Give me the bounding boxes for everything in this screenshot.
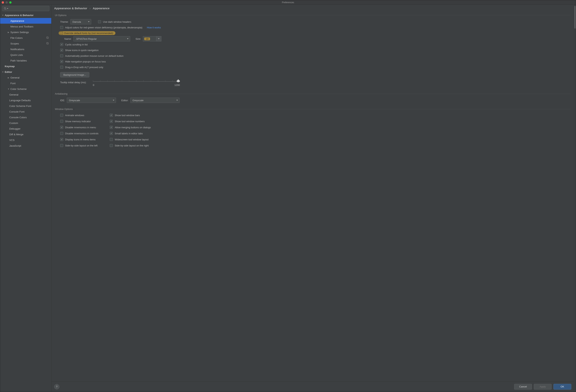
showicons-checkbox[interactable] [60,49,63,52]
checkbox[interactable] [60,126,63,129]
sidebar-item-vcs[interactable]: VCS [0,137,51,143]
font-size-input[interactable]: 18 [143,36,156,41]
option-small-labels-in-editor-tabs: Small labels in editor tabs [110,131,151,136]
sidebar-item-label: VCS [9,139,15,141]
theme-select[interactable]: Darcula [70,19,91,24]
sidebar-item-appearance[interactable]: Appearance [0,18,51,24]
checkbox[interactable] [110,144,113,147]
settings-tree: ▼Appearance & BehaviorAppearanceMenus an… [0,12,51,392]
sidebar-item-label: JavaScript [9,144,21,147]
aa-ide-select[interactable]: Greyscale [67,98,116,103]
sidebar-item-quick-lists[interactable]: Quick Lists [0,52,51,58]
breadcrumb-leaf: Appearance [93,7,110,10]
dnd-row: Drag-n-Drop with ALT pressed only [55,64,571,70]
sidebar-item-language-defaults[interactable]: Language Defaults [0,97,51,103]
font-size-stepper[interactable] [156,36,161,41]
minimize-icon [5,1,8,4]
autopos-row: Automatically position mouse cursor on d… [55,53,571,59]
sidebar-item-general[interactable]: ▶General [0,75,51,80]
cyclic-label: Cyclic scrolling in list [65,43,87,46]
cancel-button[interactable]: Cancel [514,384,532,390]
zoom-icon[interactable] [9,1,12,4]
option-label: Animate windows [65,114,84,117]
sidebar-item-label: Color Scheme Font [9,105,31,108]
sidebar-item-javascript[interactable]: JavaScript [0,143,51,148]
sidebar-item-custom[interactable]: Custom [0,120,51,126]
dark-headers-checkbox[interactable] [98,20,101,23]
aa-editor-label: Editor: [121,99,128,102]
font-name-select[interactable]: .SFNSText-Regular [73,36,130,41]
scrollbar-gutter[interactable] [574,5,576,392]
font-name-label: Name: [64,37,72,40]
checkbox[interactable] [60,144,63,147]
search-input[interactable] [2,6,49,11]
sidebar-item-debugger[interactable]: Debugger [0,126,51,132]
sidebar-item-color-scheme-font[interactable]: Color Scheme Font [0,103,51,109]
help-button[interactable]: ? [54,384,59,389]
section-ui-options: UI Options [55,14,571,17]
cyclic-checkbox[interactable] [60,43,63,46]
how-it-works-link[interactable]: How it works [147,26,161,29]
tooltip-label: Tooltip initial delay (ms): [60,80,86,84]
checkbox[interactable] [60,120,63,123]
checkbox[interactable] [60,114,63,117]
sidebar-item-notifications[interactable]: Notifications [0,46,51,52]
theme-label: Theme: [60,20,68,23]
sidebar-item-appearance-behavior[interactable]: ▼Appearance & Behavior [0,12,51,18]
apply-button[interactable]: Apply [534,384,552,390]
sidebar-item-label: Keymap [5,65,15,68]
close-icon[interactable] [2,1,4,4]
aa-editor-value: Greyscale [132,99,144,102]
sidebar-item-label: Editor [5,71,12,73]
adjust-colors-label: Adjust colors for red-green vision defic… [65,26,142,29]
checkbox[interactable] [110,114,113,117]
override-fonts-highlight: Override default fonts by (not recommend… [59,31,115,35]
sidebar-item-general[interactable]: General [0,92,51,97]
sidebar-item-console-colors[interactable]: Console Colors [0,114,51,120]
sidebar-item-menus-and-toolbars[interactable]: Menus and Toolbars [0,24,51,29]
sidebar-item-font[interactable]: Font [0,80,51,86]
checkbox[interactable] [110,138,113,141]
sidebar-item-label: Menus and Toolbars [10,25,33,28]
option-label: Show tool window bars [115,114,140,117]
override-fonts-label: Override default fonts by (not recommend… [64,32,114,35]
font-size-spinner[interactable]: 18 [143,36,161,41]
tooltip-slider[interactable]: 0 1200 [93,80,180,88]
checkbox[interactable] [60,132,63,135]
sidebar-item-diff-merge[interactable]: Diff & Merge [0,132,51,137]
sidebar-item-label: Notifications [10,48,24,51]
dnd-checkbox[interactable] [60,66,63,69]
override-fonts-checkbox[interactable] [60,32,63,35]
chevron-down-icon [7,8,8,9]
sidebar-item-path-variables[interactable]: Path Variables [0,58,51,63]
sidebar-item-scopes[interactable]: Scopes [0,41,51,46]
checkbox[interactable] [60,138,63,141]
sidebar-item-console-font[interactable]: Console Font [0,109,51,114]
checkbox[interactable] [110,132,113,135]
checkbox[interactable] [110,126,113,129]
sidebar-item-file-colors[interactable]: File Colors [0,35,51,41]
option-side-by-side-layout-on-the-right: Side-by-side layout on the right [110,143,151,148]
section-label: UI Options [55,14,66,17]
ok-button[interactable]: OK [553,384,571,390]
autopos-checkbox[interactable] [60,54,63,57]
hidenav-label: Hide navigation popups on focus loss [65,60,106,63]
aa-editor-select[interactable]: Greyscale [130,98,180,103]
checkbox[interactable] [110,120,113,123]
svg-rect-2 [47,37,48,38]
dark-headers-label: Use dark window headers [103,20,131,23]
sidebar-item-label: Appearance [10,20,24,22]
background-image-button[interactable]: Background Image... [60,72,89,77]
option-display-icons-in-menu-items: Display icons in menu items [60,137,98,142]
sidebar-item-color-scheme[interactable]: ▼Color Scheme [0,86,51,92]
sidebar-item-label: Debugger [9,127,20,130]
sidebar-item-keymap[interactable]: Keymap [0,63,51,69]
hidenav-checkbox[interactable] [60,60,63,63]
sidebar-item-editor[interactable]: ▼Editor [0,69,51,75]
adjust-colors-checkbox[interactable] [60,26,63,29]
sidebar-item-system-settings[interactable]: ▶System Settings [0,29,51,35]
search-icon [4,7,6,10]
window-options-col-left: Animate windowsShow memory indicatorDisa… [60,113,98,148]
theme-value: Darcula [72,20,81,23]
scrollbar-thumb[interactable] [574,6,576,28]
